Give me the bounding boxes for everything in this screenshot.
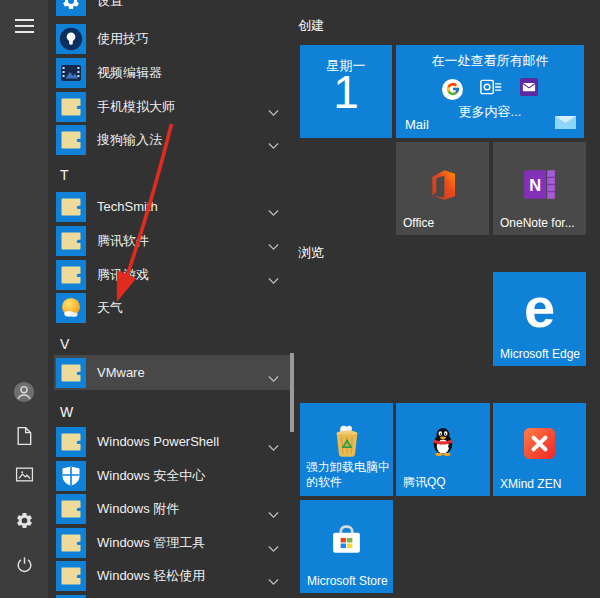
chevron-down-icon[interactable]: [268, 369, 279, 377]
mail-envelope-icon: [555, 115, 576, 133]
app-label: Windows 轻松使用: [97, 559, 205, 593]
folder-icon: [56, 260, 86, 290]
settings-app-icon: [56, 0, 86, 16]
app-row-powershell[interactable]: Windows PowerShell: [54, 425, 292, 459]
folder-icon: [56, 92, 86, 122]
edge-logo-icon: e: [493, 280, 586, 336]
xmind-logo-icon: [493, 428, 586, 459]
folder-icon: [56, 561, 86, 591]
app-row-weather[interactable]: 天气: [54, 291, 292, 325]
tile-label: OneNote for...: [500, 216, 575, 230]
outlook-icon: [480, 78, 503, 100]
qq-penguin-icon: [396, 425, 490, 457]
document-icon: [15, 426, 33, 450]
settings-button[interactable]: [0, 502, 48, 542]
tile-label: Mail: [405, 117, 429, 132]
app-row-partial[interactable]: [54, 593, 292, 598]
section-header-v[interactable]: V: [60, 334, 69, 354]
svg-text:N: N: [529, 176, 541, 194]
store-bag-icon: [300, 524, 393, 556]
weather-app-icon: [56, 293, 86, 323]
tile-uninstaller[interactable]: 强力卸载电脑中的软件: [300, 403, 393, 496]
app-row-settings[interactable]: 设置: [54, 0, 292, 18]
section-header-w[interactable]: W: [60, 402, 73, 422]
app-row-windows-security[interactable]: Windows 安全中心: [54, 459, 292, 493]
expand-menu-button[interactable]: [0, 6, 48, 46]
chevron-down-icon[interactable]: [268, 505, 279, 513]
start-rail: [0, 0, 48, 598]
purple-mail-icon: [520, 78, 538, 100]
folder-icon: [56, 358, 86, 388]
chevron-down-icon[interactable]: [268, 572, 279, 580]
chevron-down-icon[interactable]: [268, 271, 279, 279]
chevron-down-icon[interactable]: [268, 203, 279, 211]
app-label: TechSmith: [97, 190, 158, 224]
app-label: 设置: [97, 0, 123, 18]
pictures-icon: [15, 466, 34, 487]
tile-edge[interactable]: e Microsoft Edge: [493, 272, 586, 366]
app-row-tips[interactable]: 使用技巧: [54, 22, 292, 56]
chevron-down-icon[interactable]: [268, 136, 279, 144]
shield-icon: [56, 461, 86, 491]
tips-app-icon: [56, 24, 86, 54]
chevron-down-icon[interactable]: [268, 103, 279, 111]
chevron-down-icon[interactable]: [268, 237, 279, 245]
tile-label: XMind ZEN: [500, 477, 561, 491]
calendar-day: 1: [300, 69, 392, 115]
app-row-windows-admin-tools[interactable]: Windows 管理工具: [54, 526, 292, 560]
app-row-vmware[interactable]: VMware: [54, 355, 292, 390]
app-row-windows-accessories[interactable]: Windows 附件: [54, 492, 292, 526]
folder-icon: [56, 226, 86, 256]
app-list-scrollbar[interactable]: [290, 353, 294, 432]
tile-group-header-browse[interactable]: 浏览: [298, 244, 324, 262]
app-row-techsmith[interactable]: TechSmith: [54, 190, 292, 224]
user-avatar-icon: [13, 381, 35, 407]
app-row-tencent-games[interactable]: 腾讯游戏: [54, 258, 292, 292]
app-label: 腾讯游戏: [97, 258, 149, 292]
app-label: 搜狗输入法: [97, 123, 162, 157]
tile-group-header-create[interactable]: 创建: [298, 17, 324, 35]
app-row-phone-master[interactable]: 手机模拟大师: [54, 90, 292, 124]
power-button[interactable]: [0, 546, 48, 586]
section-header-t[interactable]: T: [60, 165, 69, 185]
start-menu: 设置 使用技巧 视频编辑器 手机模拟大师 搜狗输入法 T TechSmith: [0, 0, 600, 598]
chevron-down-icon[interactable]: [268, 438, 279, 446]
mail-headline: 在一处查看所有邮件: [396, 52, 584, 70]
tile-qq[interactable]: 腾讯QQ: [396, 403, 490, 496]
tile-mail[interactable]: 在一处查看所有邮件 更多内容... Mail: [396, 45, 584, 138]
app-row-video-editor[interactable]: 视频编辑器: [54, 56, 292, 90]
folder-icon: [56, 427, 86, 457]
app-label: Windows PowerShell: [97, 425, 219, 459]
tile-label: Microsoft Edge: [500, 347, 580, 361]
tile-label: Microsoft Store: [307, 574, 388, 588]
folder-icon: [56, 528, 86, 558]
app-label: 腾讯软件: [97, 224, 149, 258]
app-label: VMware: [97, 355, 145, 389]
account-button[interactable]: [0, 374, 48, 414]
tile-label: Office: [403, 216, 434, 230]
gear-icon: [15, 511, 34, 534]
app-row-windows-ease-of-access[interactable]: Windows 轻松使用: [54, 559, 292, 593]
hamburger-icon: [15, 19, 34, 33]
app-row-tencent-software[interactable]: 腾讯软件: [54, 224, 292, 258]
tile-xmind[interactable]: XMind ZEN: [493, 403, 586, 496]
documents-button[interactable]: [0, 418, 48, 458]
pictures-button[interactable]: [0, 456, 48, 496]
app-label: 视频编辑器: [97, 56, 162, 90]
tile-onenote[interactable]: N OneNote for...: [493, 142, 586, 235]
tile-office[interactable]: Office: [396, 142, 489, 235]
trash-bin-icon: [300, 423, 393, 459]
app-label: 手机模拟大师: [97, 90, 175, 124]
tile-store[interactable]: Microsoft Store: [300, 500, 393, 593]
tile-calendar[interactable]: 星期一 1: [300, 45, 392, 138]
office-logo-icon: [396, 163, 489, 207]
app-row-sogou-input[interactable]: 搜狗输入法: [54, 123, 292, 157]
chevron-down-icon[interactable]: [268, 539, 279, 547]
app-label: Windows 附件: [97, 492, 179, 526]
power-icon: [15, 555, 34, 578]
folder-icon: [56, 125, 86, 155]
video-editor-app-icon: [56, 58, 86, 88]
google-icon: [442, 79, 463, 100]
app-label: 使用技巧: [97, 22, 149, 56]
folder-icon: [56, 494, 86, 524]
